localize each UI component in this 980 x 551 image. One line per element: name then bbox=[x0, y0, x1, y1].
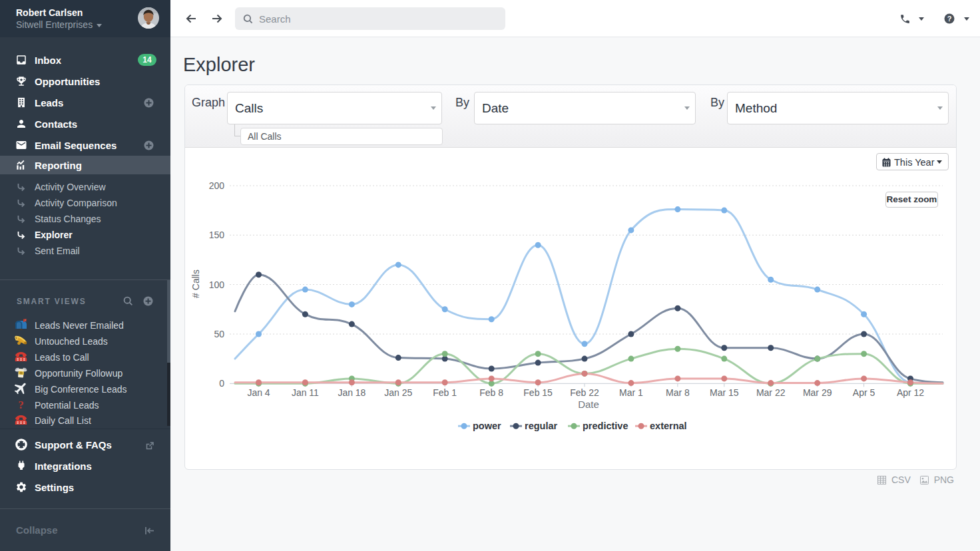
svg-text:regular: regular bbox=[525, 421, 558, 431]
svg-text:Jan 18: Jan 18 bbox=[338, 387, 366, 398]
svg-text:power: power bbox=[473, 421, 501, 431]
svg-text:Mar 1: Mar 1 bbox=[619, 387, 643, 398]
svg-text:Mar 29: Mar 29 bbox=[803, 387, 832, 398]
svg-text:150: 150 bbox=[209, 230, 225, 240]
svg-text:Jan 25: Jan 25 bbox=[384, 387, 412, 398]
svg-text:# Calls: # Calls bbox=[190, 270, 201, 298]
svg-text:Jan 11: Jan 11 bbox=[292, 387, 319, 398]
svg-text:Date: Date bbox=[578, 399, 599, 410]
svg-text:Feb 22: Feb 22 bbox=[570, 387, 599, 398]
svg-text:Jan 4: Jan 4 bbox=[247, 387, 270, 398]
svg-text:Apr 12: Apr 12 bbox=[897, 387, 924, 398]
svg-text:external: external bbox=[650, 421, 687, 431]
svg-text:?: ? bbox=[18, 399, 24, 410]
svg-text:predictive: predictive bbox=[583, 421, 628, 431]
svg-text:Mar 8: Mar 8 bbox=[666, 387, 690, 398]
svg-text:?: ? bbox=[947, 15, 952, 23]
svg-text:200: 200 bbox=[209, 180, 225, 191]
svg-text:Feb 1: Feb 1 bbox=[433, 387, 457, 398]
svg-text:Apr 5: Apr 5 bbox=[853, 387, 875, 398]
svg-text:Mar 22: Mar 22 bbox=[756, 387, 786, 398]
svg-text:Feb 15: Feb 15 bbox=[523, 387, 553, 398]
svg-text:0: 0 bbox=[219, 378, 224, 389]
svg-text:50: 50 bbox=[214, 329, 224, 339]
svg-text:Mar 15: Mar 15 bbox=[710, 387, 739, 398]
svg-text:100: 100 bbox=[209, 279, 225, 290]
svg-text:Feb 8: Feb 8 bbox=[479, 387, 503, 398]
